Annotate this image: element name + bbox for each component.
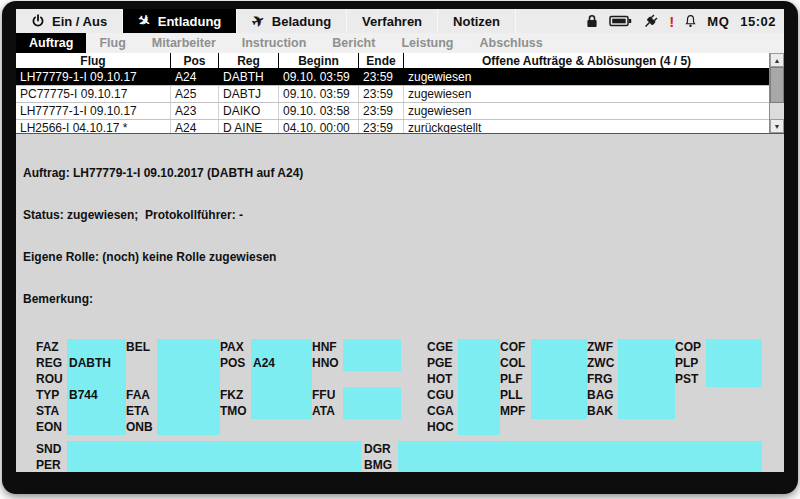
scroll-down-icon[interactable]: [770, 119, 784, 133]
form-cell: ZWC: [587, 355, 675, 371]
field-input[interactable]: [343, 339, 401, 355]
field-input[interactable]: [157, 339, 220, 355]
form-cell: [220, 419, 312, 435]
cell-ende: 23:59: [359, 103, 404, 119]
field-input[interactable]: [618, 387, 675, 403]
field-input[interactable]: [531, 387, 587, 403]
field-input[interactable]: [458, 355, 500, 371]
field-input[interactable]: [157, 419, 220, 435]
tab[interactable]: Auftrag: [16, 33, 86, 53]
field-input[interactable]: [531, 371, 587, 387]
column-header-pos[interactable]: Pos: [171, 53, 219, 68]
field-input[interactable]: [157, 355, 220, 371]
table-row[interactable]: LH77777-1-I 09.10.17 A23 DAIKO 09.10. 03…: [16, 103, 769, 120]
field-input[interactable]: [458, 387, 500, 403]
field-input[interactable]: B744: [67, 387, 126, 403]
scrollbar-thumb[interactable]: [770, 67, 784, 103]
tab[interactable]: Leistung: [388, 33, 466, 53]
field-input[interactable]: [706, 339, 762, 355]
menu-item-beladung[interactable]: Beladung: [237, 9, 347, 33]
field-input[interactable]: [458, 419, 500, 435]
form-cell: HNF: [312, 339, 427, 355]
tab[interactable]: Abschluss: [467, 33, 556, 53]
field-input[interactable]: [618, 339, 675, 355]
field-input[interactable]: [531, 403, 587, 419]
column-header-offene[interactable]: Offene Aufträge & Ablösungen (4 / 5): [404, 53, 769, 68]
field-input[interactable]: [157, 403, 220, 419]
field-input[interactable]: [67, 403, 126, 419]
field-input[interactable]: [706, 371, 762, 387]
form-cell: FKZ: [220, 387, 312, 403]
form-cell: HOT: [427, 371, 500, 387]
cell-ende: 23:59: [359, 86, 404, 102]
cell-beginn: 09.10. 03:59: [279, 69, 359, 85]
scroll-up-icon[interactable]: [770, 53, 784, 67]
field-input[interactable]: [343, 387, 401, 403]
tab[interactable]: Instruction: [229, 33, 320, 53]
field-label: CGE: [427, 339, 458, 355]
field-label: FRG: [587, 371, 618, 387]
field-input[interactable]: A24: [251, 355, 312, 371]
field-input[interactable]: [531, 355, 587, 371]
tab[interactable]: Mitarbeiter: [139, 33, 229, 53]
power-icon: [31, 14, 45, 28]
column-header-ende[interactable]: Ende: [359, 53, 404, 68]
field-label: ZWC: [587, 355, 618, 371]
menu-item-entladung[interactable]: Entladung: [123, 9, 237, 33]
form-cell: ROU: [36, 371, 126, 387]
field-input[interactable]: [458, 339, 500, 355]
lock-icon: [586, 14, 598, 28]
column-header-reg[interactable]: Reg: [219, 53, 279, 68]
field-label: PGE: [427, 355, 458, 371]
table-row[interactable]: LH77779-1-I 09.10.17 A24 DABTH 09.10. 03…: [16, 69, 769, 86]
tab-label: Flug: [99, 36, 125, 50]
snd-field-input[interactable]: [67, 441, 361, 472]
form-cell: ONB: [126, 419, 220, 435]
field-input[interactable]: [67, 419, 126, 435]
field-input[interactable]: [251, 387, 312, 403]
field-input[interactable]: [67, 339, 126, 355]
field-input[interactable]: [618, 371, 675, 387]
field-input[interactable]: [706, 355, 762, 371]
form-cell: ZWF: [587, 339, 675, 355]
detail-status: Status: zugewiesen; Protokollführer: -: [23, 208, 776, 222]
field-input[interactable]: [251, 339, 312, 355]
tab-label: Mitarbeiter: [152, 36, 216, 50]
form-cell: HNO: [312, 355, 427, 371]
field-input[interactable]: DABTH: [67, 355, 126, 371]
column-header-flug[interactable]: Flug: [16, 53, 171, 68]
field-input[interactable]: [67, 371, 126, 387]
form-cell: [675, 387, 762, 403]
form-cell: [675, 403, 762, 419]
tab[interactable]: Bericht: [319, 33, 388, 53]
dgr-labels: DGR BMG S42: [364, 441, 398, 472]
table-scrollbar[interactable]: [769, 53, 784, 133]
field-label: SND: [36, 441, 67, 457]
tab[interactable]: Flug: [86, 33, 138, 53]
dgr-field-input[interactable]: [398, 441, 762, 472]
form-cell: COP: [675, 339, 762, 355]
form-cell: [312, 419, 427, 435]
field-input[interactable]: [157, 371, 220, 387]
field-input[interactable]: [458, 403, 500, 419]
field-input[interactable]: [618, 355, 675, 371]
station-code: MQ: [707, 14, 729, 29]
table-row[interactable]: PC77775-I 09.10.17 A25 DABTJ 09.10. 03:5…: [16, 86, 769, 103]
menu-item-notizen[interactable]: Notizen: [438, 9, 516, 33]
field-input[interactable]: [157, 387, 220, 403]
order-details: Auftrag: LH77779-1-I 09.10.2017 (DABTH a…: [16, 134, 784, 334]
tab-label: Leistung: [401, 36, 453, 50]
column-header-beginn[interactable]: Beginn: [279, 53, 359, 68]
field-input[interactable]: [458, 371, 500, 387]
field-input[interactable]: [251, 403, 312, 419]
field-input[interactable]: [343, 355, 401, 371]
field-input[interactable]: [251, 371, 312, 387]
menu-item-ein-aus[interactable]: Ein / Aus: [16, 9, 123, 33]
menu-item-verfahren[interactable]: Verfahren: [347, 9, 438, 33]
field-input[interactable]: [618, 403, 675, 419]
field-input[interactable]: [531, 339, 587, 355]
field-input[interactable]: [343, 403, 401, 419]
cell-ende: 23:59: [359, 69, 404, 85]
table-row[interactable]: LH2566-I 04.10.17 * A24 D AINE 04.10. 00…: [16, 120, 769, 134]
form-cell: CGA: [427, 403, 500, 419]
